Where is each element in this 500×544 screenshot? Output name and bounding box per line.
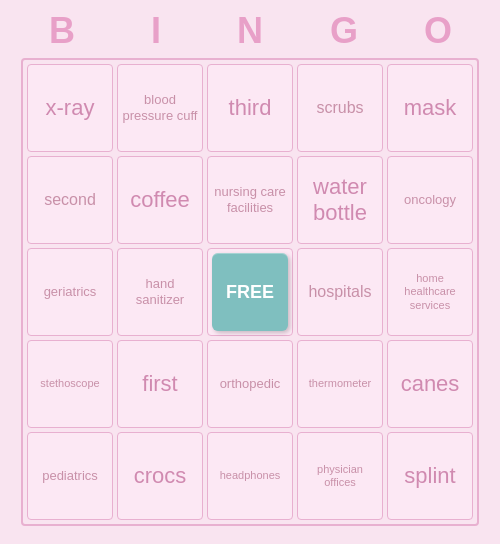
bingo-cell-10: geriatrics — [27, 248, 113, 336]
bingo-cell-13: hospitals — [297, 248, 383, 336]
cell-text-7: nursing care facilities — [212, 184, 288, 215]
free-space[interactable]: FREE — [212, 253, 288, 331]
bingo-cell-18: thermometer — [297, 340, 383, 428]
bingo-cell-22: headphones — [207, 432, 293, 520]
bingo-cell-21: crocs — [117, 432, 203, 520]
bingo-cell-6: coffee — [117, 156, 203, 244]
cell-text-16: first — [142, 371, 177, 397]
letter-o: O — [395, 10, 481, 52]
bingo-cell-15: stethoscope — [27, 340, 113, 428]
cell-text-3: scrubs — [316, 98, 363, 117]
cell-text-6: coffee — [130, 187, 190, 213]
letter-g: G — [301, 10, 387, 52]
cell-text-20: pediatrics — [42, 468, 98, 484]
letter-b: B — [19, 10, 105, 52]
bingo-cell-1: blood pressure cuff — [117, 64, 203, 152]
bingo-cell-14: home healthcare services — [387, 248, 473, 336]
bingo-cell-19: canes — [387, 340, 473, 428]
bingo-cell-8: water bottle — [297, 156, 383, 244]
cell-text-0: x-ray — [46, 95, 95, 121]
bingo-cell-12: FREE — [207, 248, 293, 336]
bingo-cell-7: nursing care facilities — [207, 156, 293, 244]
cell-text-9: oncology — [404, 192, 456, 208]
cell-text-2: third — [229, 95, 272, 121]
cell-text-5: second — [44, 190, 96, 209]
bingo-header: B I N G O — [15, 0, 485, 58]
bingo-cell-11: hand sanitizer — [117, 248, 203, 336]
cell-text-23: physician offices — [302, 463, 378, 489]
letter-n: N — [207, 10, 293, 52]
bingo-cell-4: mask — [387, 64, 473, 152]
cell-text-19: canes — [401, 371, 460, 397]
cell-text-11: hand sanitizer — [122, 276, 198, 307]
bingo-cell-5: second — [27, 156, 113, 244]
bingo-cell-23: physician offices — [297, 432, 383, 520]
cell-text-13: hospitals — [308, 282, 371, 301]
cell-text-14: home healthcare services — [392, 272, 468, 312]
cell-text-21: crocs — [134, 463, 187, 489]
letter-i: I — [113, 10, 199, 52]
cell-text-4: mask — [404, 95, 457, 121]
cell-text-17: orthopedic — [220, 376, 281, 392]
cell-text-18: thermometer — [309, 377, 371, 390]
bingo-cell-2: third — [207, 64, 293, 152]
bingo-cell-9: oncology — [387, 156, 473, 244]
bingo-cell-17: orthopedic — [207, 340, 293, 428]
cell-text-8: water bottle — [302, 174, 378, 227]
bingo-cell-3: scrubs — [297, 64, 383, 152]
bingo-cell-20: pediatrics — [27, 432, 113, 520]
cell-text-15: stethoscope — [40, 377, 99, 390]
cell-text-22: headphones — [220, 469, 281, 482]
cell-text-10: geriatrics — [44, 284, 97, 300]
cell-text-24: splint — [404, 463, 455, 489]
bingo-cell-24: splint — [387, 432, 473, 520]
bingo-grid: x-rayblood pressure cuffthirdscrubsmasks… — [21, 58, 479, 526]
bingo-cell-0: x-ray — [27, 64, 113, 152]
bingo-cell-16: first — [117, 340, 203, 428]
cell-text-1: blood pressure cuff — [122, 92, 198, 123]
